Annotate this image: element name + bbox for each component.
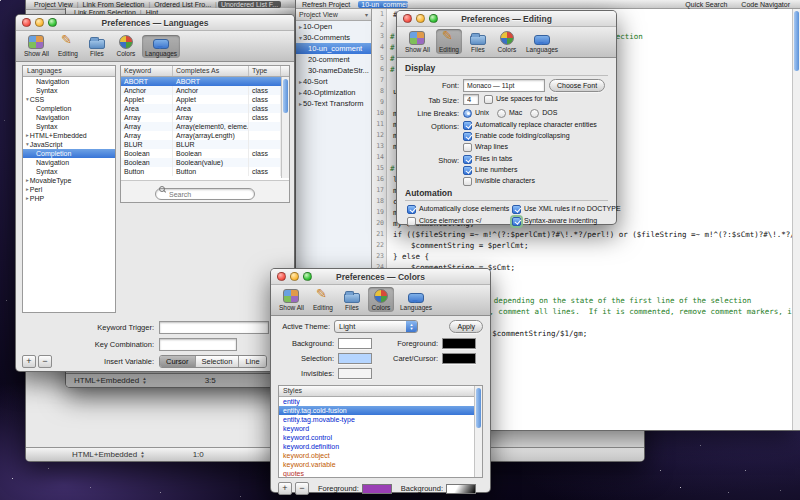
checkbox-automatically-replace-character-entities[interactable]: Automatically replace character entities — [463, 120, 597, 130]
minimize-button[interactable] — [35, 18, 44, 27]
project-item-40-sort[interactable]: ▸40-Sort — [296, 76, 371, 87]
quick-search-button[interactable]: Quick Search — [685, 1, 727, 8]
segment-cursor[interactable]: Cursor — [160, 356, 196, 367]
close-button[interactable] — [277, 272, 286, 281]
table-scrollbar[interactable] — [281, 77, 289, 178]
style-item-entity[interactable]: entity — [279, 397, 482, 406]
color-well-background[interactable] — [338, 338, 372, 349]
vertical-scrollbar[interactable] — [792, 9, 800, 430]
checkbox-line-numbers[interactable]: Line numbers — [463, 165, 535, 175]
language-item-navigation[interactable]: Navigation — [23, 77, 115, 86]
project-item-10-un-comment[interactable]: 10-un_comment — [296, 43, 371, 54]
search-input[interactable] — [155, 188, 255, 200]
toolbar-item-languages[interactable]: Languages — [397, 289, 435, 312]
project-item-20-comment[interactable]: 20-comment — [296, 54, 371, 65]
close-button[interactable] — [403, 14, 412, 23]
color-well-foreground[interactable] — [442, 338, 476, 349]
checkbox-enable-code-folding-collapsing[interactable]: Enable code folding/collapsing — [463, 131, 597, 141]
table-row[interactable]: BLURBLUR — [121, 140, 289, 149]
tab-size-field[interactable] — [463, 94, 479, 105]
radio-dos[interactable]: DOS — [530, 108, 557, 118]
style-item-keyword-object[interactable]: keyword.object — [279, 451, 482, 460]
checkbox-use-spaces-for-tabs[interactable]: Use spaces for tabs — [484, 94, 558, 104]
language-item-completion[interactable]: Completion — [23, 104, 115, 113]
language-item-navigation[interactable]: Navigation — [23, 113, 115, 122]
remove-style-button[interactable]: − — [295, 482, 309, 495]
theme-popup[interactable]: Light ▲▼ — [334, 320, 418, 333]
toolbar-item-colors[interactable]: Colors — [368, 287, 394, 312]
style-item-entity-tag-movable-type[interactable]: entity.tag.movable-type — [279, 415, 482, 424]
style-item-entity-tag-cold-fusion[interactable]: entity.tag.cold-fusion — [279, 406, 482, 415]
scrollbar-thumb[interactable] — [283, 79, 288, 113]
column-header-keyword[interactable]: Keyword — [121, 66, 173, 76]
checkbox-close-element-on[interactable]: Close element on </ — [407, 216, 510, 226]
keyword-trigger-field[interactable] — [159, 321, 269, 334]
project-item-50-text-transform[interactable]: ▸50-Text Transform — [296, 98, 371, 109]
language-item-movabletype[interactable]: ▸MovableType — [23, 176, 115, 185]
background-color-well[interactable] — [446, 484, 476, 494]
toolbar-button-unordered-list-f[interactable]: Unordered List F... — [218, 1, 281, 8]
code-navigator-button[interactable]: Code Navigator — [741, 1, 790, 8]
toolbar-item-show-all[interactable]: Show All — [21, 33, 52, 58]
table-row[interactable]: BooleanBooleanclass — [121, 149, 289, 158]
style-item-quotes[interactable]: quotes — [279, 469, 482, 478]
disclosure-triangle-icon[interactable]: ▸ — [26, 131, 29, 140]
language-item-javascript[interactable]: ▾JavaScript — [23, 140, 115, 149]
disclosure-triangle-icon[interactable]: ▸ — [26, 185, 29, 194]
language-item-navigation[interactable]: Navigation — [23, 158, 115, 167]
disclosure-triangle-icon[interactable]: ▸ — [299, 90, 302, 96]
styles-scrollbar[interactable] — [474, 386, 482, 477]
toolbar-item-editing[interactable]: Editing — [55, 33, 81, 58]
project-item-30-comments[interactable]: ▾30-Comments — [296, 32, 371, 43]
disclosure-triangle-icon[interactable]: ▸ — [26, 194, 29, 203]
zoom-button[interactable] — [303, 272, 312, 281]
checkbox-invisible-characters[interactable]: Invisible characters — [463, 176, 535, 186]
segment-selection[interactable]: Selection — [196, 356, 240, 367]
table-row[interactable]: ArrayArray(element0, eleme... — [121, 122, 289, 131]
project-item-40-optimization[interactable]: ▸40-Optimization — [296, 87, 371, 98]
color-well-caret-cursor[interactable] — [442, 353, 476, 364]
disclosure-triangle-icon[interactable]: ▸ — [299, 79, 302, 85]
table-row[interactable]: AreaAreaclass — [121, 104, 289, 113]
disclosure-triangle-icon[interactable]: ▸ — [299, 101, 302, 107]
title-bar[interactable]: Preferences — Editing — [397, 11, 616, 27]
table-row[interactable]: ButtonButtonclass — [121, 167, 289, 176]
apply-button[interactable]: Apply — [449, 320, 483, 333]
refresh-project-button[interactable]: Refresh Project — [302, 1, 350, 8]
style-item-keyword[interactable]: keyword — [279, 424, 482, 433]
language-item-syntax[interactable]: Syntax — [23, 86, 115, 95]
style-item-keyword-definition[interactable]: keyword.definition — [279, 442, 482, 451]
toolbar-item-files[interactable]: Files — [84, 33, 110, 58]
zoom-button[interactable] — [429, 14, 438, 23]
language-item-perl[interactable]: ▸Perl — [23, 185, 115, 194]
toolbar-item-languages[interactable]: Languages — [523, 31, 561, 54]
disclosure-triangle-icon[interactable]: ▸ — [299, 24, 302, 30]
key-combination-field[interactable] — [159, 338, 237, 351]
disclosure-triangle-icon[interactable]: ▸ — [26, 176, 29, 185]
toolbar-item-show-all[interactable]: Show All — [276, 287, 307, 312]
language-item-html-embedded[interactable]: ▸HTML+Embedded — [23, 131, 115, 140]
toolbar-item-files[interactable]: Files — [339, 287, 365, 312]
toolbar-item-show-all[interactable]: Show All — [402, 29, 433, 54]
toolbar-button-link-from-selection[interactable]: Link From Selection — [80, 1, 148, 8]
radio-mac[interactable]: Mac — [497, 108, 522, 118]
toolbar-button-project-view[interactable]: Project View — [31, 1, 76, 8]
toolbar-item-editing[interactable]: Editing — [436, 29, 462, 54]
scrollbar-thumb[interactable] — [476, 388, 481, 428]
table-row[interactable]: ArrayArrayclass — [121, 113, 289, 122]
toolbar-item-languages[interactable]: Languages — [142, 35, 180, 58]
checkbox-use-xml-rules-if-no-doctype[interactable]: Use XML rules if no DOCTYPE — [512, 204, 621, 214]
language-item-completion[interactable]: Completion — [23, 149, 115, 158]
toolbar-button-ordered-list-fro[interactable]: Ordered List Fro... — [151, 1, 214, 8]
language-item-css[interactable]: ▾CSS — [23, 95, 115, 104]
add-style-button[interactable]: + — [278, 482, 292, 495]
table-row[interactable]: AppletAppletclass — [121, 95, 289, 104]
table-row[interactable]: ABORTABORT — [121, 77, 289, 86]
segment-line[interactable]: Line — [239, 356, 265, 367]
project-sidebar-header[interactable]: Project View ▾ — [296, 9, 371, 21]
title-bar[interactable]: Preferences — Colors — [271, 269, 490, 285]
close-button[interactable] — [22, 18, 31, 27]
foreground-color-well[interactable] — [362, 484, 392, 494]
toolbar-item-colors[interactable]: Colors — [494, 29, 520, 54]
column-header-completes-as[interactable]: Completes As — [173, 66, 249, 76]
